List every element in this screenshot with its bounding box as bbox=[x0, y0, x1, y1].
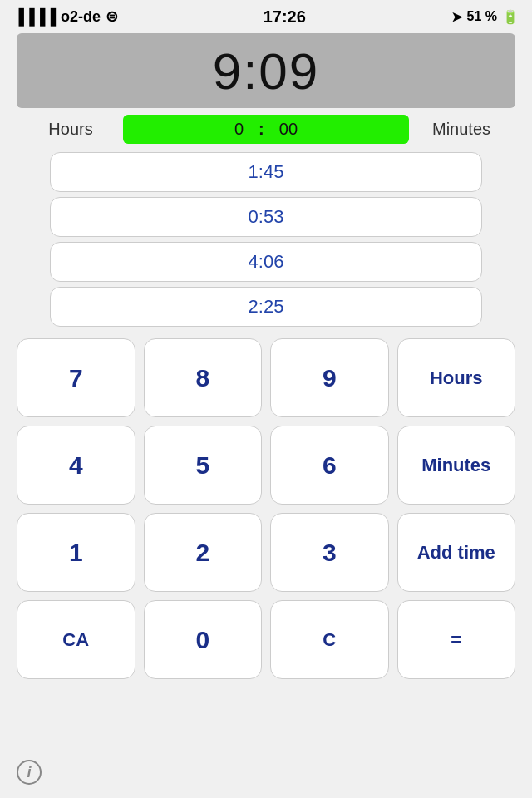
key-5[interactable]: 5 bbox=[144, 426, 263, 505]
key-hours[interactable]: Hours bbox=[397, 338, 516, 417]
status-right: ➤ 51 % 🔋 bbox=[451, 9, 519, 25]
location-icon: ➤ bbox=[451, 9, 462, 25]
segment-bar: Hours 0 : 00 Minutes bbox=[17, 115, 515, 144]
key-3[interactable]: 3 bbox=[270, 513, 389, 592]
status-bar: ▐▐▐▐ o2-de ⊜ 17:26 ➤ 51 % 🔋 bbox=[0, 0, 532, 33]
battery-icon: 🔋 bbox=[502, 9, 519, 25]
key-6[interactable]: 6 bbox=[270, 426, 389, 505]
hours-label: Hours bbox=[25, 120, 116, 139]
segment-hours: 0 bbox=[219, 118, 259, 140]
time-display: 9:09 bbox=[17, 33, 515, 108]
key-ca[interactable]: CA bbox=[17, 600, 135, 679]
key-7[interactable]: 7 bbox=[17, 338, 135, 417]
time-entry-3[interactable]: 2:25 bbox=[50, 287, 482, 327]
key-minutes[interactable]: Minutes bbox=[397, 426, 516, 505]
key-add-time[interactable]: Add time bbox=[397, 513, 516, 592]
key-c[interactable]: C bbox=[270, 600, 389, 679]
key-4[interactable]: 4 bbox=[17, 426, 135, 505]
time-entry-2[interactable]: 4:06 bbox=[50, 242, 482, 282]
status-time: 17:26 bbox=[264, 7, 306, 27]
key-2[interactable]: 2 bbox=[144, 513, 263, 592]
key-0[interactable]: 0 bbox=[144, 600, 263, 679]
signal-icon: ▐▐▐▐ bbox=[13, 8, 56, 26]
time-entry-0[interactable]: 1:45 bbox=[50, 152, 482, 192]
key-8[interactable]: 8 bbox=[144, 338, 263, 417]
keypad: 789Hours456Minutes123Add timeCA0C= bbox=[17, 338, 515, 679]
minutes-label: Minutes bbox=[416, 120, 507, 139]
display-time-value: 9:09 bbox=[213, 42, 320, 101]
carrier-label: o2-de bbox=[61, 8, 101, 26]
key-9[interactable]: 9 bbox=[270, 338, 389, 417]
time-list: 1:450:534:062:25 bbox=[50, 152, 482, 327]
status-left: ▐▐▐▐ o2-de ⊜ bbox=[13, 7, 118, 26]
key-=[interactable]: = bbox=[397, 600, 516, 679]
battery-label: 51 % bbox=[467, 9, 497, 24]
wifi-icon: ⊜ bbox=[106, 7, 118, 26]
segment-minutes: 00 bbox=[264, 118, 313, 140]
info-icon[interactable]: i bbox=[17, 760, 42, 785]
segment-center: 0 : 00 bbox=[123, 115, 409, 144]
time-entry-1[interactable]: 0:53 bbox=[50, 197, 482, 237]
key-1[interactable]: 1 bbox=[17, 513, 135, 592]
segment-colon: : bbox=[259, 120, 264, 139]
